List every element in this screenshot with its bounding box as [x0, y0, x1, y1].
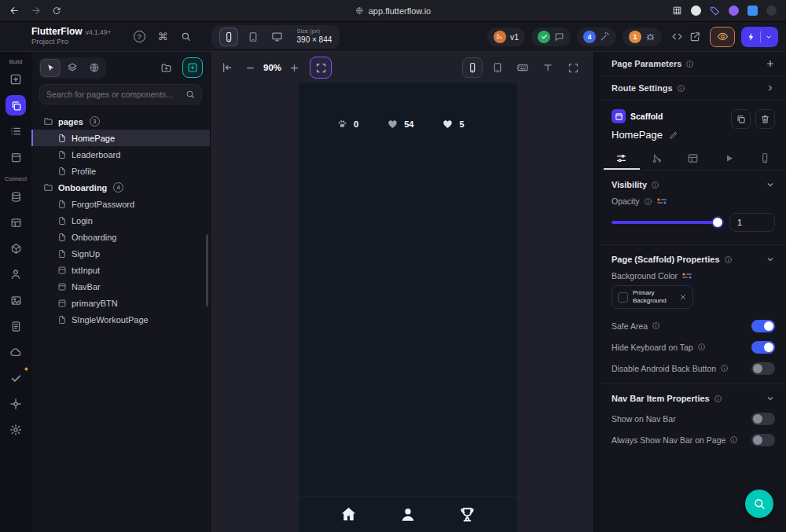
- hide-keyboard-toggle[interactable]: [751, 341, 775, 354]
- select-mode-icon[interactable]: [40, 59, 61, 77]
- rail-widget-tree-icon[interactable]: [6, 121, 26, 141]
- copy-widget-button[interactable]: [731, 109, 751, 129]
- clear-color-icon[interactable]: [679, 293, 687, 301]
- rail-api-icon[interactable]: [6, 394, 26, 414]
- opacity-value-input[interactable]: 1: [729, 213, 775, 232]
- rename-icon[interactable]: [669, 130, 678, 140]
- reload-icon[interactable]: [52, 6, 61, 16]
- tree-item-txtinput[interactable]: txtInput: [31, 262, 210, 278]
- forward-icon[interactable]: [31, 6, 41, 16]
- safe-area-toggle[interactable]: [751, 320, 775, 332]
- navbar-properties-header[interactable]: Nav Bar Item Properties: [601, 384, 786, 408]
- background-color-chip[interactable]: Primary Background: [612, 285, 693, 309]
- tree-item-leaderboard[interactable]: Leaderboard: [31, 146, 210, 163]
- fit-canvas-button[interactable]: [310, 57, 332, 79]
- rail-ui-builder-icon[interactable]: [6, 69, 26, 90]
- rail-storage-icon[interactable]: [6, 238, 26, 259]
- device-phone-button[interactable]: [219, 28, 238, 46]
- sidebar-scrollbar[interactable]: [206, 234, 208, 306]
- address-bar[interactable]: app.flutterflow.io: [355, 6, 432, 16]
- zoom-level[interactable]: 90%: [263, 63, 281, 72]
- device-desktop-button[interactable]: [268, 28, 287, 46]
- home-icon[interactable]: [340, 505, 358, 523]
- command-palette-icon[interactable]: ⌘: [158, 31, 168, 42]
- tab-actions[interactable]: [640, 146, 676, 170]
- issues-badge[interactable]: 4: [577, 28, 616, 46]
- extension-grid-icon[interactable]: [672, 6, 682, 16]
- tree-item-onboarding[interactable]: Onboarding: [31, 229, 210, 245]
- collapse-panel-button[interactable]: [221, 61, 233, 74]
- zoom-in-button[interactable]: [289, 63, 299, 73]
- add-page-button[interactable]: [182, 57, 203, 78]
- phone-preview[interactable]: 0 54 5: [299, 83, 517, 532]
- ai-search-fab[interactable]: [745, 490, 773, 518]
- extension-badge-icon[interactable]: [729, 6, 739, 16]
- tree-item-navbar[interactable]: NavBar: [31, 278, 210, 295]
- disable-android-back-toggle[interactable]: [751, 362, 775, 375]
- sidebar-search[interactable]: [39, 84, 202, 105]
- show-on-navbar-toggle[interactable]: [751, 413, 775, 425]
- always-show-navbar-toggle[interactable]: [751, 434, 775, 446]
- tree-item-forgotpassword[interactable]: ForgotPassword: [31, 196, 210, 212]
- set-from-variable-icon[interactable]: [681, 272, 692, 280]
- browser-menu-icon[interactable]: [766, 6, 777, 16]
- extension-tag-icon[interactable]: [710, 6, 720, 16]
- rail-database-icon[interactable]: [6, 186, 26, 207]
- rail-components-icon[interactable]: [6, 147, 26, 167]
- set-from-variable-icon[interactable]: [656, 197, 667, 205]
- zoom-out-button[interactable]: [245, 63, 255, 73]
- branch-badge[interactable]: v1: [487, 28, 525, 46]
- folder-onboarding[interactable]: Onboarding 4: [31, 179, 210, 196]
- view-code-button[interactable]: [671, 31, 683, 42]
- tree-item-login[interactable]: Login: [31, 212, 210, 229]
- canvas-frame-button[interactable]: [563, 57, 583, 78]
- device-tablet-button[interactable]: [244, 28, 263, 46]
- add-parameter-icon[interactable]: [766, 59, 775, 68]
- open-in-new-button[interactable]: [689, 31, 700, 42]
- panel-resizer[interactable]: [593, 52, 601, 532]
- opacity-slider[interactable]: [612, 221, 722, 224]
- canvas-device-phone-button[interactable]: [462, 57, 483, 78]
- tree-item-signup[interactable]: SignUp: [31, 245, 210, 262]
- tab-data[interactable]: [675, 146, 711, 170]
- scaffold-properties-header[interactable]: Page (Scaffold) Properties: [601, 245, 786, 269]
- help-icon[interactable]: ?: [134, 31, 145, 42]
- sidebar-search-input[interactable]: [46, 90, 181, 99]
- tree-item-profile[interactable]: Profile: [31, 163, 210, 179]
- sync-status-badge[interactable]: [531, 28, 571, 46]
- route-settings-row[interactable]: Route Settings: [601, 76, 786, 101]
- canvas-keyboard-button[interactable]: [512, 57, 533, 78]
- tab-run[interactable]: [711, 146, 747, 170]
- profile-avatar[interactable]: [691, 6, 701, 16]
- color-swatch[interactable]: [618, 292, 628, 303]
- rail-media-icon[interactable]: [6, 290, 26, 310]
- test-run-button[interactable]: [741, 27, 778, 47]
- rail-cloud-functions-icon[interactable]: [6, 342, 26, 362]
- widget-name[interactable]: HomePage: [612, 130, 663, 140]
- layers-mode-icon[interactable]: [62, 59, 83, 77]
- add-folder-button[interactable]: [156, 57, 176, 78]
- rail-logs-icon[interactable]: [6, 316, 26, 336]
- rail-team-icon[interactable]: [6, 264, 26, 284]
- search-icon[interactable]: [181, 31, 191, 42]
- delete-widget-button[interactable]: [755, 109, 775, 129]
- rail-settings-icon[interactable]: [6, 420, 26, 440]
- folder-pages[interactable]: pages 3: [31, 113, 210, 130]
- rail-tests-icon[interactable]: ✦: [6, 368, 26, 388]
- tree-item-primarybtn[interactable]: primaryBTN: [31, 295, 210, 311]
- trophy-icon[interactable]: [458, 505, 476, 523]
- visibility-section-header[interactable]: Visibility: [601, 171, 786, 194]
- tab-device[interactable]: [747, 146, 783, 170]
- extension-square-icon[interactable]: [747, 6, 758, 16]
- tree-item-singleworkoutpage[interactable]: SIngleWorkoutPage: [31, 311, 210, 328]
- canvas-typography-button[interactable]: [538, 57, 558, 78]
- web-mode-icon[interactable]: [84, 59, 105, 77]
- preview-mode-button[interactable]: [710, 27, 735, 47]
- page-parameters-row[interactable]: Page Parameters: [601, 52, 786, 76]
- tree-item-homepage[interactable]: HomePage: [31, 130, 210, 146]
- rail-data-types-icon[interactable]: [6, 212, 26, 233]
- warnings-badge[interactable]: 1: [623, 28, 662, 46]
- back-icon[interactable]: [9, 6, 20, 16]
- rail-pages-icon[interactable]: [6, 95, 26, 116]
- opacity-slider-thumb[interactable]: [713, 218, 722, 227]
